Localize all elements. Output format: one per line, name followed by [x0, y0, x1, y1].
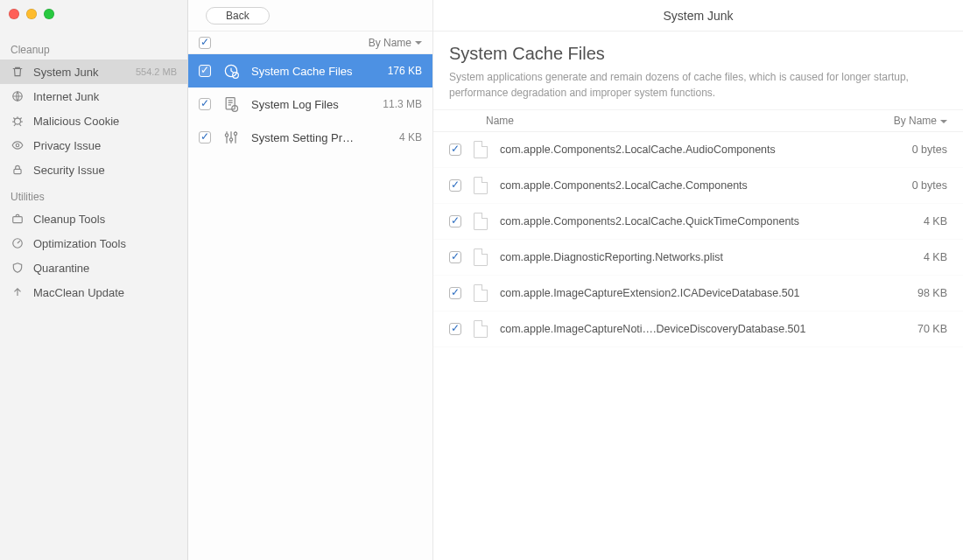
file-name: com.apple.Components2.LocalCache.AudioCo… — [500, 144, 874, 156]
category-size: 176 KB — [369, 65, 422, 77]
sidebar-item-label: Optimization Tools — [33, 237, 177, 250]
close-window-button[interactable] — [9, 9, 19, 19]
lock-icon — [11, 163, 25, 177]
select-all-categories-checkbox[interactable] — [199, 37, 211, 49]
file-sort-dropdown[interactable]: By Name — [894, 115, 947, 127]
sidebar-item-malicious-cookie[interactable]: Malicious Cookie — [0, 108, 187, 133]
file-icon — [474, 213, 488, 230]
chevron-down-icon — [415, 41, 422, 45]
category-list: System Cache Files 176 KB System Log Fil… — [188, 54, 432, 560]
gauge-icon — [11, 236, 25, 250]
sidebar-item-quarantine[interactable]: Quarantine — [0, 256, 187, 280]
sidebar: Cleanup System Junk 554.2 MB Internet Ju… — [0, 0, 188, 560]
detail-header: System Cache Files System applications g… — [433, 32, 963, 109]
file-row[interactable]: com.apple.Components2.LocalCache.Compone… — [433, 168, 963, 204]
file-row[interactable]: com.apple.Components2.LocalCache.AudioCo… — [433, 132, 963, 168]
shield-icon — [11, 261, 25, 275]
log-icon — [221, 94, 241, 114]
minimize-window-button[interactable] — [26, 9, 37, 19]
chevron-down-icon — [940, 120, 947, 123]
file-checkbox[interactable] — [449, 287, 461, 299]
file-sort-label: By Name — [894, 115, 937, 127]
file-name-column-header[interactable]: Name — [449, 115, 894, 127]
detail-description: System applications generate and remain … — [449, 69, 947, 101]
bug-icon — [11, 114, 25, 128]
sliders-icon — [221, 128, 241, 147]
category-label: System Cache Files — [251, 65, 359, 78]
file-icon — [474, 177, 488, 194]
file-row[interactable]: com.apple.Components2.LocalCache.QuickTi… — [433, 204, 963, 240]
sidebar-item-internet-junk[interactable]: Internet Junk — [0, 84, 187, 108]
svg-point-10 — [225, 134, 228, 136]
sidebar-item-label: Security Issue — [33, 164, 177, 177]
sidebar-item-system-junk[interactable]: System Junk 554.2 MB — [0, 60, 187, 84]
window-title: System Junk — [433, 0, 963, 32]
svg-point-11 — [229, 138, 232, 141]
file-checkbox[interactable] — [449, 215, 461, 228]
svg-point-2 — [16, 144, 19, 147]
category-sortbar: By Name — [188, 32, 432, 54]
svg-rect-8 — [226, 98, 235, 109]
file-checkbox[interactable] — [449, 179, 461, 192]
file-name: com.apple.Components2.LocalCache.QuickTi… — [500, 215, 874, 228]
category-size: 11.3 MB — [369, 98, 422, 110]
file-size: 4 KB — [886, 215, 947, 228]
sidebar-section-cleanup: Cleanup — [0, 35, 187, 60]
detail-title: System Cache Files — [449, 44, 947, 64]
file-size: 98 KB — [886, 287, 947, 299]
category-item-log[interactable]: System Log Files 11.3 MB — [188, 88, 432, 121]
sidebar-item-size: 554.2 MB — [136, 66, 177, 77]
sidebar-section-utilities: Utilities — [0, 182, 187, 206]
category-label: System Log Files — [251, 98, 359, 111]
file-checkbox[interactable] — [449, 251, 461, 263]
category-checkbox[interactable] — [199, 98, 211, 110]
window-controls — [9, 9, 54, 19]
category-size: 4 KB — [369, 131, 422, 144]
sidebar-item-label: Cleanup Tools — [33, 213, 177, 226]
category-checkbox[interactable] — [199, 65, 211, 77]
cache-icon — [221, 61, 241, 80]
maximize-window-button[interactable] — [44, 9, 54, 19]
sidebar-item-label: System Junk — [33, 66, 127, 79]
file-size: 4 KB — [886, 251, 947, 263]
trash-icon — [11, 65, 25, 79]
file-icon — [474, 248, 488, 266]
sidebar-item-label: Internet Junk — [33, 90, 177, 103]
category-item-cache[interactable]: System Cache Files 176 KB — [188, 54, 432, 88]
file-icon — [474, 141, 488, 158]
svg-rect-3 — [14, 169, 21, 173]
file-name: com.apple.ImageCaptureNoti….DeviceDiscov… — [500, 323, 874, 335]
file-name: com.apple.Components2.LocalCache.Compone… — [500, 179, 874, 192]
category-checkbox[interactable] — [199, 131, 211, 144]
briefcase-icon — [11, 212, 25, 226]
file-checkbox[interactable] — [449, 144, 461, 156]
sidebar-item-cleanup-tools[interactable]: Cleanup Tools — [0, 206, 187, 231]
file-size: 0 bytes — [886, 144, 947, 156]
category-sort-dropdown[interactable]: By Name — [369, 37, 422, 49]
sidebar-item-label: Privacy Issue — [33, 139, 177, 152]
svg-rect-4 — [13, 217, 23, 223]
file-checkbox[interactable] — [449, 323, 461, 335]
file-list-header: Name By Name — [433, 109, 963, 132]
sidebar-item-update[interactable]: MacClean Update — [0, 280, 187, 304]
sidebar-item-optimization-tools[interactable]: Optimization Tools — [0, 231, 187, 256]
svg-point-1 — [15, 118, 21, 124]
sidebar-item-label: Malicious Cookie — [33, 115, 177, 128]
file-row[interactable]: com.apple.DiagnosticReporting.Networks.p… — [433, 240, 963, 276]
file-name: com.apple.ImageCaptureExtension2.ICADevi… — [500, 287, 874, 299]
back-button[interactable]: Back — [206, 7, 270, 24]
sidebar-item-privacy-issue[interactable]: Privacy Issue — [0, 133, 187, 158]
category-panel: Back By Name System Cache Files 176 KB — [188, 0, 433, 560]
file-size: 70 KB — [886, 323, 947, 335]
globe-icon — [11, 89, 25, 103]
middle-topbar: Back — [188, 0, 432, 32]
sidebar-item-label: Quarantine — [33, 262, 177, 275]
file-row[interactable]: com.apple.ImageCaptureExtension2.ICADevi… — [433, 276, 963, 312]
sidebar-item-security-issue[interactable]: Security Issue — [0, 158, 187, 182]
category-item-setting[interactable]: System Setting Pr… 4 KB — [188, 121, 432, 154]
category-label: System Setting Pr… — [251, 131, 359, 144]
detail-panel: System Junk System Cache Files System ap… — [433, 0, 963, 560]
file-name: com.apple.DiagnosticReporting.Networks.p… — [500, 251, 874, 263]
eye-icon — [11, 138, 25, 152]
file-row[interactable]: com.apple.ImageCaptureNoti….DeviceDiscov… — [433, 312, 963, 347]
